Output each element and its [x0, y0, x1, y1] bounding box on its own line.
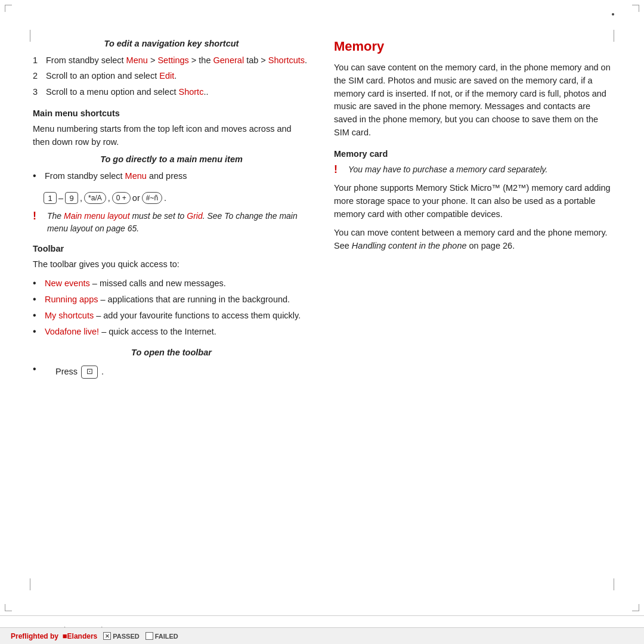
section2-heading: Main menu shortcuts [33, 109, 310, 118]
corner-mark-tl [5, 5, 12, 12]
memory-body2: You can move content between a memory ca… [334, 227, 611, 253]
failed-label: FAILED [155, 633, 178, 640]
step-1-link-general: General [213, 55, 244, 65]
corner-mark-tr [632, 5, 639, 12]
content-area: To edit a navigation key shortcut 1 From… [33, 21, 611, 602]
section3-bullet-text: From standby select Menu and press [45, 170, 187, 182]
step-3-link-shortc: Shortc [178, 87, 203, 97]
toolbar-item-vodafone: Vodafone live! – quick access to the Int… [33, 326, 310, 338]
press-key-row: Press ⊡ . [55, 366, 104, 379]
key-comma2: , [108, 193, 110, 203]
toolbar-key-icon: ⊡ [81, 366, 98, 379]
section3-bullets: From standby select Menu and press [33, 170, 310, 182]
step-1-text: From standby select Menu > Settings > th… [46, 54, 307, 66]
toolbar-item-vodafone-text: Vodafone live! – quick access to the Int… [45, 326, 216, 338]
memory-intro: You can save content on the memory card,… [334, 61, 611, 140]
step-2-text: Scroll to an option and select Edit. [46, 70, 177, 82]
toolbar-item-running-apps-text: Running apps – applications that are run… [45, 293, 290, 306]
toolbar-item-new-events-text: New events – missed calls and new messag… [45, 277, 226, 290]
running-apps-label: Running apps [45, 295, 98, 304]
preflight-text: Preflighted by [11, 632, 58, 640]
toolbar-item-my-shortcuts-text: My shortcuts – add your favourite functi… [45, 309, 301, 322]
section5-press-item: Press ⊡ . [33, 363, 310, 379]
toolbar-item-running-apps: Running apps – applications that are run… [33, 293, 310, 306]
note-icon: ! [33, 210, 42, 223]
failed-badge: FAILED [145, 632, 178, 640]
toolbar-item-new-events: New events – missed calls and new messag… [33, 277, 310, 290]
step-2-num: 2 [33, 70, 41, 82]
note-link2: Grid [187, 211, 202, 221]
keys-row: 1 – 9 , *a/A , 0 + or #~ñ . [44, 192, 310, 204]
section5-bullets: Press ⊡ . [33, 363, 310, 379]
step-2: 2 Scroll to an option and select Edit. [33, 70, 310, 82]
side-rule-left-bottom [30, 578, 30, 590]
step-1-link-shortcuts: Shortcuts [268, 55, 305, 65]
memory-body1: Your phone supports Memory Stick Micro™ … [334, 182, 611, 221]
section3-note: ! The Main menu layout must be set to Gr… [33, 210, 310, 234]
step-1-num: 1 [33, 54, 41, 66]
memory-italic-ref: Handling content in the phone [352, 241, 467, 250]
failed-checkbox [145, 632, 153, 640]
my-shortcuts-label: My shortcuts [45, 311, 94, 320]
memory-note-text: You may have to purchase a memory card s… [348, 163, 547, 175]
press-label: Press [55, 366, 78, 378]
side-rule-left [30, 30, 30, 42]
memory-heading: Memory [334, 39, 611, 54]
step-3-num: 3 [33, 86, 41, 98]
key-0plus: 0 + [112, 192, 131, 204]
section3-title: To go directly to a main menu item [33, 154, 310, 164]
step-1-link-settings: Settings [157, 55, 188, 65]
preflight-logo-name: ■Elanders [63, 632, 98, 640]
note-text: The Main menu layout must be set to Grid… [47, 210, 310, 234]
section1-title: To edit a navigation key shortcut [33, 39, 310, 48]
section2-body: Menu numbering starts from the top left … [33, 123, 310, 149]
corner-mark-br [632, 604, 639, 611]
key-1: 1 [44, 192, 57, 204]
key-9: 9 [65, 192, 78, 204]
memory-card-note: ! You may have to purchase a memory card… [334, 163, 611, 177]
key-hash: #~ñ [142, 192, 162, 204]
note-link1: Main menu layout [64, 211, 130, 221]
section5-title: To open the toolbar [33, 348, 310, 357]
passed-badge: ✕ PASSED [103, 632, 139, 640]
section3-menu-link: Menu [125, 171, 147, 181]
section1-steps: 1 From standby select Menu > Settings > … [33, 54, 310, 98]
step-2-link-edit: Edit [159, 71, 174, 80]
memory-note-icon: ! [334, 163, 343, 177]
section3-bullet-item: From standby select Menu and press [33, 170, 310, 182]
left-column: To edit a navigation key shortcut 1 From… [33, 21, 310, 602]
step-3: 3 Scroll to a menu option and select Sho… [33, 86, 310, 98]
toolbar-item-my-shortcuts: My shortcuts – add your favourite functi… [33, 309, 310, 322]
memory-card-heading: Memory card [334, 149, 611, 159]
side-rule-right-bottom [614, 578, 614, 590]
press-period: . [101, 366, 104, 378]
step-1-link-menu: Menu [126, 55, 148, 65]
side-rule-right [614, 30, 614, 42]
dot-mark [612, 13, 614, 16]
new-events-label: New events [45, 278, 90, 288]
passed-checkbox: ✕ [103, 632, 111, 640]
section4-intro: The toolbar gives you quick access to: [33, 258, 310, 271]
step-1: 1 From standby select Menu > Settings > … [33, 54, 310, 66]
preflight-label: Preflighted by ​ ■Elanders [11, 631, 97, 640]
corner-mark-bl [5, 604, 12, 611]
right-column: Memory You can save content on the memor… [334, 21, 611, 602]
step-3-text: Scroll to a menu option and select Short… [46, 86, 208, 98]
key-comma: , [80, 193, 82, 203]
toolbar-items-list: New events – missed calls and new messag… [33, 277, 310, 338]
key-dash: – [58, 193, 63, 203]
preflight-bar: Preflighted by ​ ■Elanders ✕ PASSED FAIL… [0, 627, 644, 644]
key-star: *a/A [84, 192, 106, 204]
key-period: . [164, 193, 166, 203]
passed-label: PASSED [113, 633, 139, 640]
key-or: or [132, 193, 140, 203]
section4-heading: Toolbar [33, 244, 310, 253]
vodafone-label: Vodafone live! [45, 327, 99, 336]
